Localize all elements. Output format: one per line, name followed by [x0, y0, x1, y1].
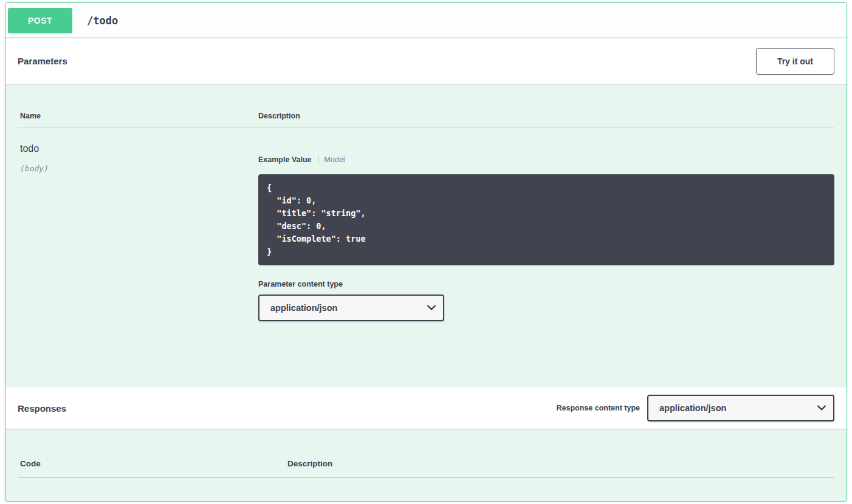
parameter-content-type-select[interactable]: application/json — [258, 295, 444, 321]
responses-body: Code Description — [5, 429, 847, 490]
responses-section-header: Responses Response content type applicat… — [5, 387, 847, 429]
responses-title: Responses — [18, 403, 66, 414]
operation-summary[interactable]: POST /todo — [5, 3, 847, 38]
parameter-location: (body) — [20, 164, 258, 173]
try-it-out-button[interactable]: Try it out — [756, 48, 834, 75]
response-content-type-select-wrap: application/json — [647, 395, 834, 421]
parameters-section-header: Parameters Try it out — [5, 38, 847, 84]
parameters-table-header: Name Description — [18, 112, 834, 128]
response-content-type-controls: Response content type application/json — [556, 395, 834, 421]
tab-model[interactable]: Model — [318, 155, 345, 164]
operation-block-post-todo: POST /todo Parameters Try it out Name De… — [5, 2, 847, 502]
http-method-badge: POST — [8, 8, 72, 33]
response-content-type-select[interactable]: application/json — [647, 395, 834, 421]
parameters-body: Name Description todo (body) Example Val… — [5, 84, 847, 387]
parameter-content-type-label: Parameter content type — [258, 280, 834, 288]
description-column-header: Description — [258, 112, 834, 120]
model-example-tabs: Example Value Model — [258, 155, 834, 164]
response-description-column-header: Description — [287, 459, 834, 468]
tab-example-value[interactable]: Example Value — [258, 155, 318, 164]
name-column-header: Name — [20, 112, 258, 120]
parameter-name-cell: todo (body) — [20, 143, 258, 321]
parameter-description-cell: Example Value Model { "id": 0, "title": … — [258, 143, 834, 321]
example-json-block: { "id": 0, "title": "string", "desc": 0,… — [258, 174, 834, 265]
parameter-row-todo: todo (body) Example Value Model { "id": … — [18, 128, 834, 321]
parameters-title: Parameters — [18, 56, 67, 66]
parameter-name: todo — [20, 143, 258, 154]
endpoint-path: /todo — [87, 15, 118, 27]
responses-table-header: Code Description — [18, 459, 834, 478]
code-column-header: Code — [20, 459, 287, 468]
parameter-content-type-select-wrap: application/json — [258, 295, 444, 321]
response-content-type-label: Response content type — [556, 404, 640, 412]
